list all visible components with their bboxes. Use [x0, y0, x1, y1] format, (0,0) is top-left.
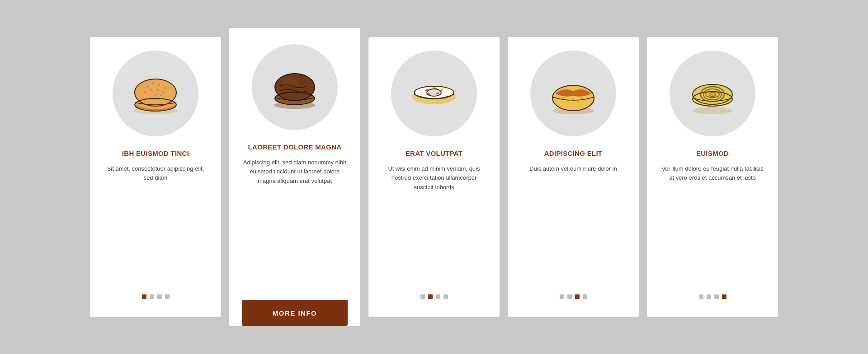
card-card-4: ADIPISCING ELITDuis autem vel eum iriure… [508, 37, 639, 317]
svg-point-40 [693, 107, 732, 114]
card-title-3: ERAT VOLUTPAT [406, 149, 462, 158]
dots-row-4 [560, 294, 587, 299]
card-body-3: Ut wisi enim ad minim veniam, quis nostr… [381, 164, 487, 282]
card-card-1: IBH EUISMOD TINCISit amet, consectetuer … [90, 37, 221, 317]
dots-row-1 [142, 294, 170, 299]
card-card-5: EUISMODVel illum dolore eu feugiat nulla… [647, 37, 778, 317]
icon-circle-4 [530, 51, 616, 136]
svg-rect-11 [155, 94, 156, 96]
card-title-1: IBH EUISMOD TINCI [122, 149, 189, 158]
dot-4 [443, 294, 448, 299]
svg-rect-38 [581, 97, 584, 99]
card-card-2: LAOREET DOLORE MAGNAAdipiscing elit, sed… [229, 28, 360, 326]
svg-rect-4 [152, 82, 154, 84]
svg-rect-34 [562, 97, 564, 99]
card-title-5: EUISMOD [696, 149, 729, 158]
svg-rect-9 [162, 91, 164, 93]
card-title-4: ADIPISCING ELIT [544, 149, 603, 158]
svg-rect-3 [146, 85, 149, 88]
svg-rect-6 [164, 87, 166, 89]
dot-2 [567, 294, 572, 299]
more-info-button[interactable]: MORE INFO [242, 300, 348, 326]
dots-row-5 [699, 294, 726, 299]
svg-rect-12 [160, 94, 162, 96]
dot-1 [560, 294, 564, 299]
svg-rect-7 [150, 89, 152, 91]
svg-rect-8 [156, 89, 159, 91]
dot-2 [428, 294, 433, 299]
dot-4 [722, 294, 726, 299]
card-card-3: ERAT VOLUTPATUt wisi enim ad minim venia… [368, 37, 500, 317]
icon-circle-2 [252, 44, 338, 130]
icon-circle-1 [113, 51, 198, 136]
dot-4 [165, 294, 170, 299]
svg-rect-5 [158, 84, 160, 86]
dot-1 [699, 294, 703, 299]
svg-point-18 [282, 77, 300, 88]
dots-row-3 [420, 294, 448, 299]
icon-circle-5 [670, 51, 755, 136]
svg-rect-10 [144, 91, 146, 93]
dot-3 [714, 294, 719, 299]
card-body-4: Duis autem vel eum iriure dolor in [529, 164, 617, 282]
dot-4 [583, 294, 587, 299]
dot-1 [142, 294, 146, 299]
card-title-2: LAOREET DOLORE MAGNA [248, 143, 342, 152]
dot-2 [150, 294, 154, 299]
svg-rect-37 [577, 100, 579, 102]
dot-3 [575, 294, 580, 299]
dot-3 [157, 294, 162, 299]
dot-3 [436, 294, 440, 299]
svg-point-43 [709, 92, 716, 97]
cards-container: IBH EUISMOD TINCISit amet, consectetuer … [63, 10, 805, 344]
dot-1 [420, 294, 425, 299]
card-body-5: Vel illum dolore eu feugiat nulla facili… [660, 164, 765, 282]
dot-2 [707, 294, 711, 299]
card-body-1: Sit amet, consectetuer adipiscing elit, … [103, 164, 208, 282]
icon-circle-3 [391, 51, 477, 136]
card-body-2: Adipiscing elit, sed diam nonummy nibh e… [242, 158, 348, 301]
